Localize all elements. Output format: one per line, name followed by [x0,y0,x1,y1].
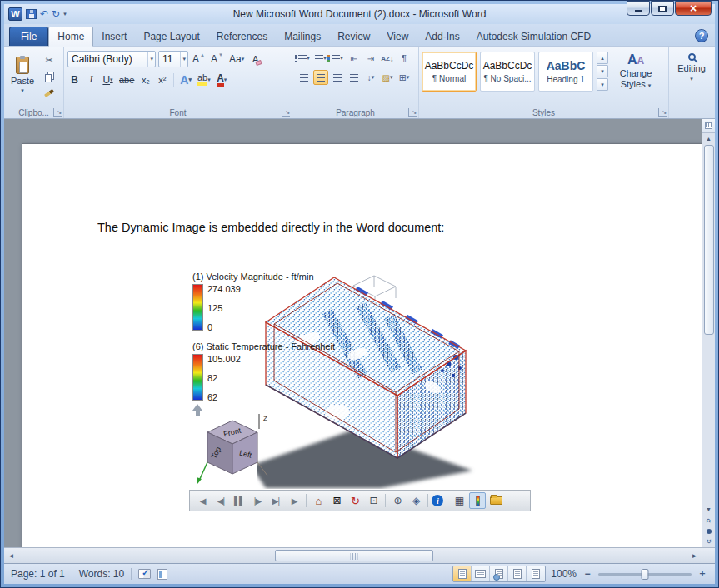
paragraph-text[interactable]: The Dynamic Image is embedded directly i… [97,221,444,234]
zoom-button[interactable]: ⊕ [389,492,406,509]
help-button[interactable]: ? [695,29,708,42]
outline-view-button[interactable] [508,566,527,581]
horizontal-scrollbar-thumb[interactable] [275,550,433,561]
tab-insert[interactable]: Insert [93,27,135,46]
decrease-indent-button[interactable]: ⇤ [347,51,362,66]
spin-view-button[interactable]: ↻ [347,492,363,509]
shading-button[interactable]: ▨▾ [380,70,395,85]
proofing-status-icon[interactable] [138,569,151,579]
clear-formatting-button[interactable]: A [248,52,262,67]
change-styles-button[interactable]: AA Change Styles ▾ [612,52,659,90]
fit-view-button[interactable]: ⊠ [328,492,345,509]
macro-recording-icon[interactable] [157,569,167,580]
align-left-button[interactable] [297,70,312,85]
undo-button[interactable]: ↶ [40,9,48,19]
show-paragraph-marks-button[interactable]: ¶ [397,51,412,66]
copy-button[interactable] [41,70,57,83]
numbered-list-button[interactable]: ▾ [313,51,328,66]
scroll-up-button[interactable]: ▲ [703,133,715,144]
style-heading-1[interactable]: AaBbC Heading 1 [538,52,593,92]
grow-font-button[interactable]: A▲ [191,52,207,67]
print-layout-button[interactable] [453,566,472,581]
shrink-font-button[interactable]: A▼ [209,52,225,67]
animation-pause-button[interactable]: ▌▌ [231,492,247,509]
web-layout-button[interactable] [490,566,508,581]
align-center-button[interactable] [313,70,328,85]
font-dialog-launcher[interactable]: ↘ [282,108,290,117]
document-area[interactable]: The Dynamic Image is embedded directly i… [4,119,715,547]
tab-page-layout[interactable]: Page Layout [135,27,207,46]
cut-button[interactable]: ✂ [41,53,57,67]
document-page[interactable]: The Dynamic Image is embedded directly i… [22,143,702,547]
styles-gallery-more-button[interactable]: ▼ [597,78,608,91]
animation-step-forward-button[interactable]: |▶ [249,492,266,509]
tab-mailings[interactable]: Mailings [276,27,329,46]
animation-go-end-button[interactable]: ▶| [267,492,284,509]
editing-button[interactable]: Editing ▾ [672,48,712,82]
grid-button[interactable]: ▦ [451,492,467,509]
text-effects-button[interactable]: A▾ [178,72,193,87]
bold-button[interactable]: B [67,72,82,87]
line-spacing-button[interactable]: ↕▾ [363,70,378,85]
change-case-button[interactable]: Aa▾ [227,52,246,67]
tab-review[interactable]: Review [329,27,378,46]
underline-button[interactable]: U▾ [101,72,115,87]
animation-play-button[interactable]: ▶ [286,492,302,509]
justify-button[interactable] [347,70,362,85]
vertical-scrollbar-thumb[interactable] [704,145,714,335]
font-name-combo[interactable]: Calibri (Body) ▾ [67,51,156,67]
scroll-right-button[interactable]: ► [687,548,702,563]
animation-go-start-button[interactable]: ◀ [194,492,211,509]
vertical-scrollbar[interactable]: ▲ ▼ « « [702,119,715,547]
zoom-slider-thumb[interactable] [642,569,649,580]
redo-button[interactable]: ↻ [52,9,60,19]
font-size-combo[interactable]: 11 ▾ [158,51,188,67]
word-app-icon[interactable]: W [8,7,22,21]
italic-button[interactable]: I [84,72,98,87]
center-view-button[interactable]: ◈ [407,492,424,509]
borders-button[interactable]: ⊞▾ [397,70,412,85]
sort-button[interactable]: AZ↓ [380,51,395,66]
close-button[interactable]: × [675,1,712,16]
zoom-out-button[interactable]: − [582,568,593,580]
bullet-list-button[interactable]: ▾ [297,51,312,66]
zoom-window-button[interactable]: ⊡ [365,492,382,509]
superscript-button[interactable]: x² [155,72,169,87]
strikethrough-button[interactable]: abe [117,72,136,87]
page-indicator[interactable]: Page: 1 of 1 [11,568,65,580]
embedded-cfd-image[interactable]: (1) Velocity Magnitude - ft/min 274.039 … [189,271,532,517]
scroll-left-button[interactable]: ◄ [4,548,18,563]
horizontal-scrollbar[interactable]: ◄ ► [4,547,715,563]
full-screen-reading-button[interactable] [472,566,490,581]
style-normal[interactable]: AaBbCcDc ¶ Normal [422,52,477,92]
qat-customize-button[interactable]: ▾ [63,11,67,17]
minimize-button[interactable] [627,1,650,16]
font-color-button[interactable]: A▾ [215,72,229,87]
home-view-button[interactable]: ⌂ [310,492,327,509]
save-button[interactable] [26,9,37,19]
paragraph-dialog-launcher[interactable]: ↘ [408,108,417,117]
scroll-down-button[interactable]: ▼ [703,504,715,515]
tab-view[interactable]: View [379,27,417,46]
clipboard-dialog-launcher[interactable]: ↘ [53,108,62,117]
previous-page-button[interactable]: « [703,515,715,526]
next-page-button[interactable]: « [703,536,715,547]
legend-toggle-button[interactable] [469,492,486,509]
align-right-button[interactable] [330,70,345,85]
highlight-button[interactable]: ab▾ [196,72,212,87]
tab-add-ins[interactable]: Add-Ins [417,27,467,46]
info-button[interactable]: i [432,495,443,506]
paste-button[interactable]: Paste ▾ [7,48,38,102]
select-browse-object-button[interactable] [703,526,715,536]
format-painter-button[interactable] [41,87,57,100]
styles-scroll-up-button[interactable]: ▲ [597,52,608,64]
zoom-in-button[interactable]: + [697,568,708,580]
word-count[interactable]: Words: 10 [79,568,124,580]
animation-step-back-button[interactable]: ◀| [212,492,229,509]
maximize-button[interactable] [651,1,674,16]
subscript-button[interactable]: x₂ [138,72,152,87]
zoom-level[interactable]: 100% [551,568,577,580]
open-file-button[interactable] [487,492,504,509]
tab-file[interactable]: File [9,27,48,46]
styles-dialog-launcher[interactable]: ↘ [658,108,667,117]
